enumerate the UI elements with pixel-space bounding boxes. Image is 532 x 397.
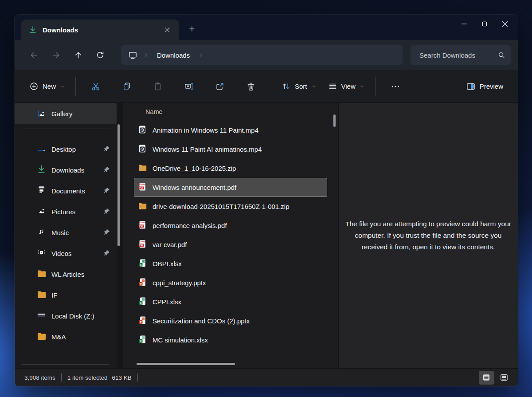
copy-button[interactable] bbox=[116, 76, 138, 97]
copy-icon bbox=[122, 82, 132, 91]
sidebar-item-if[interactable]: IF bbox=[15, 285, 117, 306]
delete-button[interactable] bbox=[240, 76, 262, 97]
search-box[interactable] bbox=[411, 45, 511, 65]
back-button[interactable] bbox=[23, 46, 44, 64]
status-bar: 3,908 items 1 item selected 613 KB bbox=[15, 368, 518, 386]
maximize-button[interactable] bbox=[474, 16, 495, 31]
up-button[interactable] bbox=[68, 46, 88, 64]
file-row-onedrive-1-10-16-2025-zip[interactable]: OneDrive_1_10-16-2025.zip bbox=[134, 159, 327, 178]
new-tab-button[interactable] bbox=[184, 21, 200, 36]
file-list-vertical-scrollbar[interactable] bbox=[333, 114, 336, 127]
tab-close-button[interactable] bbox=[160, 23, 174, 36]
new-button[interactable]: New bbox=[23, 77, 71, 95]
search-input[interactable] bbox=[419, 51, 497, 59]
file-row-cppi-xlsx[interactable]: CPPI.xlsx bbox=[134, 292, 327, 311]
sidebar-item-music[interactable]: Music bbox=[15, 222, 117, 243]
file-row-animation-in-windows-11-paint-mp4[interactable]: Animation in Windows 11 Paint.mp4 bbox=[134, 121, 327, 140]
excel-file-icon bbox=[138, 259, 147, 269]
sidebar-item-label: Documents bbox=[51, 187, 98, 195]
refresh-button[interactable] bbox=[90, 46, 110, 64]
file-row-obpi-xlsx[interactable]: OBPI.xlsx bbox=[134, 254, 327, 273]
sidebar-item-desktop[interactable]: Desktop bbox=[15, 139, 117, 160]
pdf-file-icon bbox=[138, 220, 147, 231]
downloads-tab-icon bbox=[28, 25, 37, 34]
paste-icon bbox=[153, 82, 163, 91]
sidebar-list: DesktopDownloadsDocumentsPicturesMusicVi… bbox=[15, 134, 117, 347]
minimize-button[interactable] bbox=[454, 16, 474, 31]
chevron-down-icon bbox=[360, 84, 365, 89]
cut-icon bbox=[91, 82, 101, 91]
video-file-icon bbox=[138, 125, 147, 136]
tab-downloads[interactable]: Downloads bbox=[21, 20, 179, 40]
pin-icon bbox=[103, 228, 110, 237]
share-button[interactable] bbox=[209, 76, 231, 97]
folder-icon bbox=[37, 331, 46, 342]
cut-button[interactable] bbox=[85, 76, 107, 97]
file-list-panel: Name Animation in Windows 11 Paint.mp4Wi… bbox=[123, 103, 338, 368]
sidebar-item-label: Music bbox=[51, 229, 98, 236]
sidebar-scrollbar[interactable] bbox=[117, 124, 120, 246]
toolbar-divider bbox=[271, 77, 271, 96]
view-lines-icon bbox=[328, 82, 337, 91]
file-list-horizontal-scrollbar[interactable] bbox=[137, 363, 235, 365]
pdf-file-icon bbox=[138, 240, 147, 250]
chevron-right-icon[interactable] bbox=[198, 52, 204, 58]
preview-toggle-button[interactable]: Preview bbox=[460, 77, 509, 96]
this-pc-icon[interactable] bbox=[128, 51, 137, 60]
rename-button[interactable] bbox=[178, 76, 200, 97]
sidebar-item-gallery[interactable]: Gallery bbox=[15, 103, 117, 124]
sidebar-item-label: IF bbox=[51, 291, 110, 299]
file-name: cppi_strategy.pptx bbox=[153, 279, 206, 287]
sidebar-item-label: Videos bbox=[51, 250, 98, 257]
sidebar-item-pictures[interactable]: Pictures bbox=[15, 201, 117, 222]
file-row-cppi-strategy-pptx[interactable]: cppi_strategy.pptx bbox=[134, 273, 327, 292]
new-label: New bbox=[43, 83, 56, 90]
file-row-windows-announcement-pdf[interactable]: Windows announcement.pdf bbox=[134, 178, 327, 197]
chevron-right-icon[interactable] bbox=[143, 52, 149, 58]
close-button[interactable] bbox=[495, 16, 515, 31]
excel-file-icon bbox=[138, 297, 147, 307]
file-row-mc-simulation-xlsx[interactable]: MC simulation.xlsx bbox=[134, 330, 327, 350]
sort-label: Sort bbox=[295, 83, 307, 90]
powerpoint-file-icon bbox=[138, 316, 147, 326]
more-options-button[interactable] bbox=[384, 76, 407, 97]
sidebar-item-documents[interactable]: Documents bbox=[15, 181, 117, 201]
music-icon bbox=[37, 227, 46, 238]
selection-size: 613 KB bbox=[112, 374, 132, 381]
file-row-windows-11-paint-ai-animatinos-mp4[interactable]: Windows 11 Paint AI animatinos.mp4 bbox=[134, 140, 327, 159]
zip-file-icon bbox=[138, 201, 147, 212]
powerpoint-file-icon bbox=[138, 278, 147, 288]
file-row-drive-download-20251015t171650z-1-001-zip[interactable]: drive-download-20251015T171650Z-1-001.zi… bbox=[134, 197, 327, 216]
file-name: Securitization and CDOs (2).pptx bbox=[153, 317, 250, 325]
navigation-bar: Downloads bbox=[15, 40, 518, 70]
preview-pane: The file you are attempting to preview c… bbox=[338, 103, 518, 368]
sidebar-item-local-disk-z[interactable]: Local Disk (Z:) bbox=[15, 306, 117, 326]
file-row-performance-analysis-pdf[interactable]: performance analysis.pdf bbox=[134, 216, 327, 235]
pictures-icon bbox=[37, 206, 46, 217]
sort-button[interactable]: Sort bbox=[276, 77, 322, 95]
paste-button[interactable] bbox=[147, 76, 169, 97]
main-content: Gallery DesktopDownloadsDocumentsPicture… bbox=[15, 103, 518, 368]
breadcrumb-downloads[interactable]: Downloads bbox=[154, 51, 192, 59]
details-view-icon bbox=[482, 373, 491, 382]
search-icon[interactable] bbox=[497, 51, 505, 59]
details-view-button[interactable] bbox=[479, 371, 494, 385]
view-button[interactable]: View bbox=[322, 77, 371, 95]
sidebar-item-m-a[interactable]: M&A bbox=[15, 326, 117, 347]
file-row-var-cvar-pdf[interactable]: var cvar.pdf bbox=[134, 235, 327, 254]
sidebar-item-wl-articles[interactable]: WL Articles bbox=[15, 264, 117, 285]
thumbnail-view-button[interactable] bbox=[497, 371, 512, 385]
sidebar-item-downloads[interactable]: Downloads bbox=[15, 160, 117, 181]
sort-icon bbox=[282, 82, 291, 91]
forward-button[interactable] bbox=[46, 46, 66, 64]
column-header-name[interactable]: Name bbox=[123, 103, 338, 121]
file-row-securitization-and-cdos-2-pptx[interactable]: Securitization and CDOs (2).pptx bbox=[134, 311, 327, 330]
file-name: Windows announcement.pdf bbox=[153, 184, 236, 191]
tab-strip: Downloads bbox=[15, 15, 518, 40]
documents-icon bbox=[37, 185, 46, 197]
thumbnail-view-icon bbox=[500, 373, 509, 382]
sidebar-item-label: Pictures bbox=[51, 208, 98, 216]
ellipsis-icon bbox=[391, 82, 400, 91]
sidebar-item-videos[interactable]: Videos bbox=[15, 243, 117, 264]
address-bar[interactable]: Downloads bbox=[121, 45, 403, 65]
